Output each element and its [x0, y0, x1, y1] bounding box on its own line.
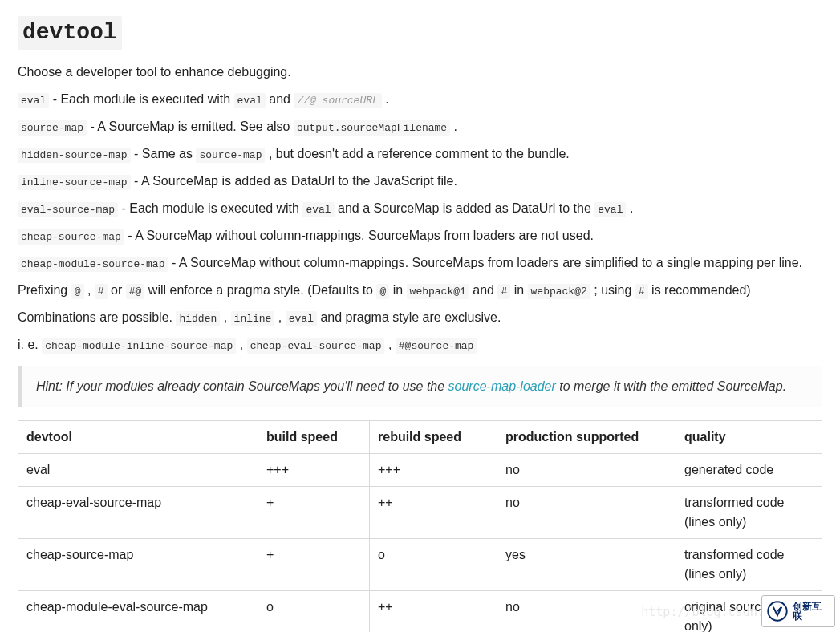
hint-pre: Hint: If your modules already contain So… [36, 379, 448, 393]
code-token: inline-source-map [18, 175, 131, 190]
option-eval-source-map: eval-source-map - Each module is execute… [18, 199, 822, 218]
page-title: devtool [18, 16, 122, 50]
table-cell: ++ [370, 591, 497, 633]
examples-line: i. e. cheap-module-inline-source-map , c… [18, 335, 822, 354]
code-token: eval [18, 93, 49, 108]
hint-post: to merge it with the emitted SourceMap. [556, 379, 786, 393]
col-production: production supported [497, 421, 676, 454]
table-cell: cheap-module-eval-source-map [18, 591, 258, 633]
code-token: eval [234, 93, 266, 108]
table-cell: cheap-source-map [18, 539, 258, 591]
brand-icon [767, 601, 788, 622]
code-token: hidden-source-map [18, 148, 131, 163]
code-token: webpack@2 [528, 284, 590, 299]
code-token: #@ [126, 284, 145, 299]
code-token: cheap-eval-source-map [247, 338, 385, 354]
table-cell: +++ [370, 454, 497, 487]
option-hidden-source-map: hidden-source-map - Same as source-map ,… [18, 144, 822, 164]
option-source-map: source-map - A SourceMap is emitted. See… [18, 117, 822, 136]
col-quality: quality [676, 421, 822, 454]
col-devtool: devtool [18, 421, 258, 454]
table-row: cheap-eval-source-map+++notransformed co… [18, 487, 822, 539]
table-cell: no [497, 454, 676, 487]
table-header-row: devtool build speed rebuild speed produc… [18, 421, 822, 454]
table-cell: + [258, 539, 370, 591]
code-token: cheap-module-inline-source-map [42, 338, 236, 354]
brand-text: 创新互联 [793, 602, 830, 621]
option-cheap-module-source-map: cheap-module-source-map - A SourceMap wi… [18, 253, 822, 273]
table-cell: + [258, 487, 370, 539]
devtool-table: devtool build speed rebuild speed produc… [18, 420, 822, 632]
code-token: source-map [18, 120, 87, 136]
code-token: eval [302, 202, 334, 217]
code-token: source-map [196, 148, 265, 163]
combinations-note: Combinations are possible. hidden , inli… [18, 308, 822, 327]
table-cell: transformed code (lines only) [676, 539, 822, 591]
col-rebuild-speed: rebuild speed [370, 421, 497, 454]
table-cell: transformed code (lines only) [676, 487, 822, 539]
table-cell: o [370, 539, 497, 591]
brand-badge: 创新互联 [761, 595, 835, 627]
option-eval: eval - Each module is executed with eval… [18, 90, 822, 109]
table-cell: yes [497, 539, 676, 591]
table-row: cheap-module-eval-source-mapo++noorigina… [18, 591, 822, 633]
table-cell: no [497, 591, 676, 633]
table-row: cheap-source-map+oyestransformed code (l… [18, 539, 822, 591]
table-cell: cheap-eval-source-map [18, 487, 258, 539]
table-cell: eval [18, 454, 258, 487]
table-cell: o [258, 591, 370, 633]
table-row: eval++++++nogenerated code [18, 454, 822, 487]
code-token: #@source-map [396, 338, 477, 354]
source-map-loader-link[interactable]: source-map-loader [448, 379, 556, 393]
code-token: hidden [176, 311, 220, 326]
code-token: eval [594, 202, 626, 217]
table-cell: generated code [676, 454, 822, 487]
table-cell: ++ [370, 487, 497, 539]
code-token: @ [376, 284, 389, 299]
code-token: inline [231, 311, 275, 326]
col-build-speed: build speed [258, 421, 370, 454]
code-token: @ [71, 284, 84, 299]
intro-text: Choose a developer tool to enhance debug… [18, 63, 822, 82]
hint-block: Hint: If your modules already contain So… [18, 366, 822, 407]
code-token: cheap-module-source-map [18, 257, 168, 272]
code-token: output.sourceMapFilename [294, 120, 450, 136]
code-token: eval-source-map [18, 202, 118, 217]
table-cell: no [497, 487, 676, 539]
code-token: webpack@1 [407, 284, 469, 299]
code-token: # [497, 284, 510, 299]
option-cheap-source-map: cheap-source-map - A SourceMap without c… [18, 226, 822, 245]
code-token: cheap-source-map [18, 229, 124, 245]
prefix-note: Prefixing @ , # or #@ will enforce a pra… [18, 281, 822, 300]
code-token: # [95, 284, 108, 299]
code-comment: //@ sourceURL [294, 93, 381, 108]
code-token: eval [286, 311, 317, 326]
table-cell: +++ [258, 454, 370, 487]
option-inline-source-map: inline-source-map - A SourceMap is added… [18, 172, 822, 191]
code-token: # [635, 284, 648, 299]
